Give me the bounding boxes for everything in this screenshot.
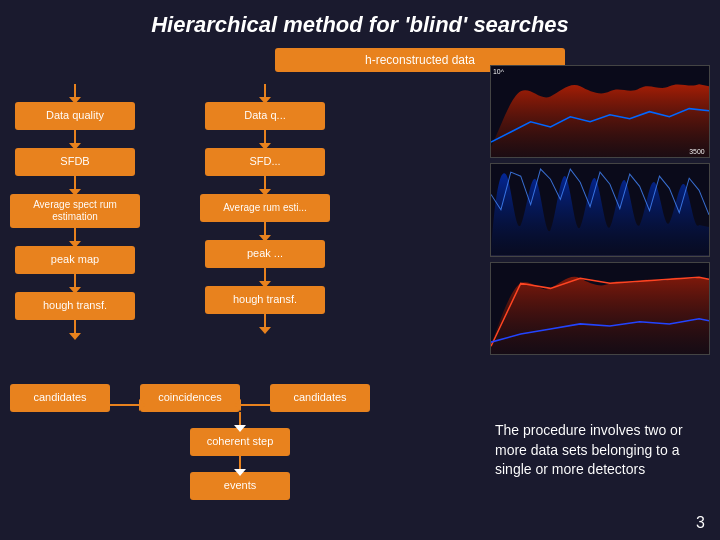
- chart-3: [490, 262, 710, 355]
- horiz-arrow-left: [110, 404, 140, 406]
- arrow5-right: [264, 314, 266, 328]
- arrow3-left: [74, 228, 76, 242]
- peak-map-right: peak ...: [205, 240, 325, 268]
- arrow-header-left: [74, 84, 76, 98]
- sfdb-right: SFD...: [205, 148, 325, 176]
- arrow1-left: [74, 130, 76, 144]
- coincidences-box: coincidences: [140, 384, 240, 412]
- avg-spectrum-left: Average spect rum estimation: [10, 194, 140, 228]
- charts-area: 10^ 3500: [490, 65, 710, 355]
- events-box: events: [190, 472, 290, 500]
- candidates-right-box: candidates: [270, 384, 370, 412]
- svg-text:3500: 3500: [689, 148, 705, 155]
- arrow4-left: [74, 274, 76, 288]
- left-flow: Data quality SFDB Average spect rum esti…: [10, 84, 140, 338]
- arrow3-right: [264, 222, 266, 236]
- chart-1: 10^ 3500: [490, 65, 710, 158]
- coherent-step-box: coherent step: [190, 428, 290, 456]
- data-quality-right: Data q...: [205, 102, 325, 130]
- peak-map-left: peak map: [15, 246, 135, 274]
- horiz-arrow-right: [240, 404, 270, 406]
- chart-2: [490, 163, 710, 256]
- hough-transf-left: hough transf.: [15, 292, 135, 320]
- arrow2-right: [264, 176, 266, 190]
- slide: Hierarchical method for 'blind' searches…: [0, 0, 720, 540]
- description-text: The procedure involves two or more data …: [495, 421, 705, 480]
- slide-title: Hierarchical method for 'blind' searches: [0, 0, 720, 48]
- arrow4-right: [264, 268, 266, 282]
- avg-spectrum-right: Average rum esti...: [200, 194, 330, 222]
- candidates-left-box: candidates: [10, 384, 110, 412]
- arrow-coincidences-down: [239, 412, 241, 426]
- sfdb-left: SFDB: [15, 148, 135, 176]
- arrow-coherent-down: [239, 456, 241, 470]
- arrow-header-right: [264, 84, 266, 98]
- data-quality-left: Data quality: [15, 102, 135, 130]
- arrow2-left: [74, 176, 76, 190]
- svg-text:10^: 10^: [493, 68, 505, 75]
- page-number: 3: [696, 514, 705, 532]
- right-flow: Data q... SFD... Average rum esti... pea…: [200, 84, 330, 338]
- hough-transf-right: hough transf.: [205, 286, 325, 314]
- arrow1-right: [264, 130, 266, 144]
- arrow5-left: [74, 320, 76, 334]
